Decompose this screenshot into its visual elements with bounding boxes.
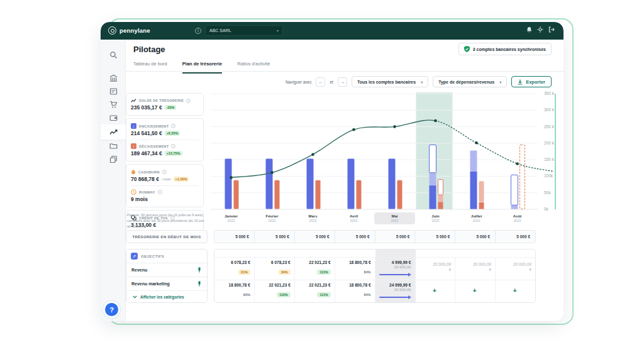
sidebar-item-copy[interactable] — [101, 153, 126, 166]
svg-text:50k: 50k — [544, 190, 551, 195]
goal-input[interactable]: 20 000,00 — [498, 262, 531, 266]
bank-sync-button[interactable]: 3 comptes bancaires synchronisés — [458, 43, 552, 55]
export-button[interactable]: Exporter — [511, 76, 552, 87]
prev-month-button[interactable]: ← — [316, 77, 325, 87]
sidebar-item-bank[interactable] — [101, 72, 126, 85]
kpi-suffix: / mois — [162, 177, 171, 181]
objective-row-revenu-marketing[interactable]: Revenu marketing — [126, 277, 207, 290]
kpi-badge: +15,75% — [165, 151, 182, 156]
pin-icon — [197, 281, 202, 287]
goal-cell: 22 021,23 € 111% — [294, 258, 335, 280]
sidebar-item-pilotage[interactable] — [101, 124, 126, 140]
trend-chart-icon — [109, 128, 118, 136]
add-goal-button[interactable]: + — [498, 283, 531, 302]
treasury-cell[interactable]: 5 000 € — [455, 231, 495, 243]
table-row-revenu: 6 078,23 € 31% 6 078,23 € 34% 22 021,23 … — [214, 257, 535, 280]
treasury-cell[interactable]: 5 000 € — [335, 231, 375, 243]
company-name: ABC SARL — [209, 28, 231, 33]
info-icon[interactable]: i — [162, 170, 167, 174]
goal-cell: 22 021,23 € 110% — [254, 280, 294, 302]
pin-icon — [197, 267, 202, 273]
sidebar-item-wallet[interactable] — [101, 111, 126, 124]
treasury-cell[interactable]: 5 000 € — [375, 231, 415, 243]
kpi-value: 214 541,50 € — [131, 130, 162, 136]
page-title: Pilotage — [133, 45, 165, 54]
treasury-cell[interactable]: 5 000 € — [414, 231, 455, 243]
sidebar-item-documents[interactable] — [101, 140, 126, 153]
kpi-label: RUNWAY — [139, 190, 155, 194]
export-label: Exporter — [526, 79, 545, 85]
goal-slider[interactable] — [379, 274, 409, 275]
sidebar-item-purchases[interactable] — [101, 98, 126, 111]
outflow-icon: ↑ — [131, 143, 136, 149]
next-month-button[interactable]: → — [338, 77, 347, 87]
screenshot-stage: pennylane i ABC SARL ▾ — [0, 0, 644, 362]
treasury-cell[interactable]: 5 000 € — [495, 231, 535, 243]
goal-slider[interactable] — [379, 297, 409, 298]
goal-cell: 18 800,78 € 84% — [335, 258, 375, 280]
kpi-runway: RUNWAY i 9 mois — [131, 185, 199, 204]
info-icon[interactable]: i — [158, 190, 162, 194]
goal-input[interactable]: 20 000,00 — [418, 262, 451, 266]
goal-target: 20 000,00 — [378, 288, 411, 292]
types-dropdown[interactable]: Type de dépenses/revenus ▾ — [433, 76, 507, 87]
goal-input-cell[interactable]: 20 000,00 € — [495, 258, 535, 280]
chevron-down-icon — [133, 295, 137, 299]
tab-tableau-de-bord[interactable]: Tableau de bord — [133, 61, 167, 74]
pct-badge: 84% — [364, 270, 370, 275]
add-goal-button[interactable]: + — [418, 283, 451, 302]
sidebar-item-invoices[interactable] — [101, 85, 126, 98]
goal-cell: 18 800,78 € 80% — [214, 280, 254, 302]
info-icon[interactable]: i — [186, 99, 191, 103]
sidebar-item-search[interactable] — [101, 48, 126, 62]
tab-ratios-activite[interactable]: Ratios d'activité — [237, 61, 270, 74]
info-icon[interactable]: i — [171, 124, 175, 128]
svg-text:200 k: 200 k — [544, 141, 555, 145]
goal-cell-current[interactable]: 24 999,99 € 20 000,00 — [375, 280, 415, 302]
goal-input-cell[interactable]: 20 000,00 € — [414, 258, 455, 280]
kpi-value: 9 mois — [131, 196, 148, 202]
kpi-solde: SOLDE DE TRÉSORERIE i 235 035,17 € -20% — [131, 97, 199, 112]
month-janvier: Janvier2022 — [211, 212, 252, 224]
goal-cell: 6 078,23 € 34% — [254, 258, 294, 280]
help-button[interactable]: ? — [105, 303, 118, 316]
bank-icon — [109, 74, 118, 82]
company-info-icon[interactable]: i — [195, 28, 201, 34]
treasury-cell[interactable]: 5 000 € — [294, 231, 335, 243]
settings-gear-icon[interactable] — [537, 26, 543, 33]
pct-badge: 84% — [364, 292, 370, 297]
svg-text:300 k: 300 k — [544, 107, 555, 112]
show-categories-button[interactable]: Afficher les catégories — [126, 290, 207, 303]
month-juillet: Juillet2022 — [456, 212, 497, 224]
logout-icon[interactable] — [548, 26, 555, 33]
objective-row-revenu[interactable]: Revenu — [126, 263, 207, 277]
folder-icon — [109, 142, 118, 150]
month-mai-current: Mai2022 — [374, 212, 415, 224]
kpi-card-solde: SOLDE DE TRÉSORERIE i 235 035,17 € -20% — [126, 93, 204, 116]
company-selector[interactable]: ABC SARL ▾ — [205, 25, 283, 36]
info-icon[interactable]: i — [171, 144, 175, 148]
goal-input[interactable]: 20 000,00 — [458, 262, 491, 266]
treasury-cell[interactable]: 5 000 € — [214, 231, 254, 243]
objective-label: Revenu marketing — [131, 282, 170, 286]
kpi-badge: +6,55% — [165, 131, 180, 136]
month-mars: Mars2022 — [292, 212, 333, 224]
goal-input-cell[interactable]: 20 000,00 € — [455, 258, 495, 280]
notifications-bell-icon[interactable] — [526, 26, 532, 33]
trend-icon — [131, 98, 136, 103]
chevron-down-icon: ▾ — [499, 80, 501, 84]
kpi-cashburn: CASHBURN i 70 868,78 € / mois +1,50% — [131, 168, 199, 184]
tab-plan-de-tresorerie[interactable]: Plan de trésorerie — [182, 61, 222, 74]
accounts-dropdown[interactable]: Tous les comptes bancaires ▾ — [352, 76, 428, 87]
kpi-card-flux: ↓ ENCAISSEMENT i 214 541,50 € +6,55% ↑ D… — [126, 118, 204, 162]
kpi-badge: +1,50% — [174, 177, 189, 182]
add-goal-button[interactable]: + — [458, 283, 491, 302]
brand-logo: pennylane — [108, 26, 150, 35]
treasury-cell[interactable]: 5 000 € — [254, 231, 294, 243]
goal-cell-current[interactable]: 4 999,99 € 20 000,00 — [375, 258, 415, 280]
goal-add-cell: + — [495, 280, 535, 302]
target-arrow-icon: ↗ — [131, 253, 138, 260]
kpi-value: 235 035,17 € — [131, 104, 162, 111]
objectives-table: 6 078,23 € 31% 6 078,23 € 34% 22 021,23 … — [214, 249, 536, 303]
month-avril: Avril2022 — [333, 212, 374, 224]
